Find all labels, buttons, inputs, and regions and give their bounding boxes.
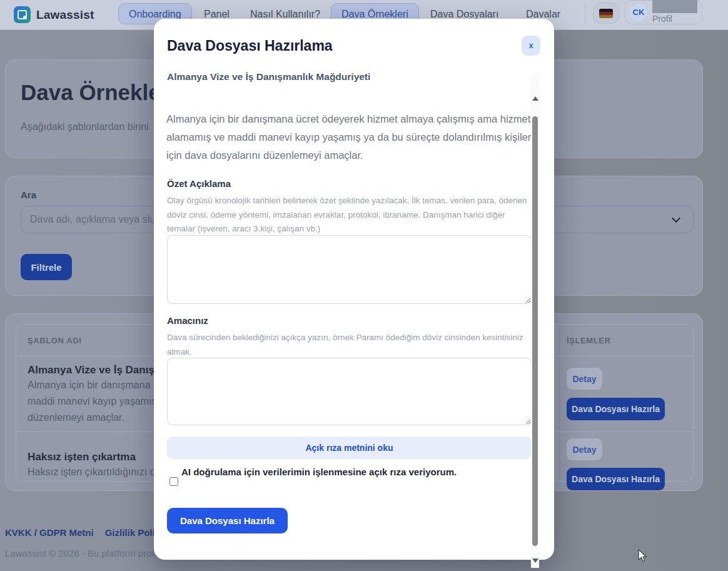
consent-text-link[interactable]: Açık rıza metnini oku (167, 437, 532, 459)
modal-title: Dava Dosyası Hazırlama (167, 38, 333, 54)
purpose-label: Amacınız (167, 315, 208, 326)
avatar: CK (630, 4, 647, 21)
profile-label: Profil (652, 14, 697, 24)
nav-divider (585, 4, 585, 24)
kvkk-gdpr-link[interactable]: KVKK / GDPR Metni (5, 527, 94, 538)
prepare-case-file-button[interactable]: Dava Dosyası Hazırla (567, 468, 665, 490)
template-description-line: düzenlemeyi amaçlar. (28, 410, 124, 426)
modal-template-description: Almanya için bir danışmana ücret ödeyere… (166, 110, 535, 164)
mouse-cursor (638, 549, 648, 563)
modal-scrollbar[interactable] (531, 74, 539, 568)
page-subtitle: Aşağıdaki şablonlardan birini (21, 121, 149, 133)
summary-label: Özet Açıklama (167, 178, 231, 189)
template-description-line: Haksız işten çıkartıldığınızı d (28, 464, 156, 480)
brand[interactable]: Lawassist (14, 6, 94, 23)
close-icon[interactable]: x (522, 36, 540, 56)
consent-checkbox-label: AI doğrulama için verilerimin işlenmesin… (181, 467, 457, 477)
page-title: Dava Örnekleri (21, 80, 175, 105)
footer-copyright: Lawassist © 2026 · Bu platform profes (5, 548, 164, 558)
summary-textarea[interactable] (167, 235, 532, 304)
detail-button[interactable]: Detay (567, 438, 602, 460)
prepare-case-file-button[interactable]: Dava Dosyası Hazırla (567, 398, 665, 420)
column-header-template-name: ŞABLON ADI (28, 336, 81, 345)
brand-name: Lawassist (36, 8, 94, 22)
purpose-help: Dava sürecinden beklediğinizi açıkça yaz… (167, 331, 533, 359)
purpose-textarea[interactable] (167, 358, 532, 425)
template-title: Haksız işten çıkartma (28, 451, 136, 463)
profile-menu[interactable]: CK Profil (625, 0, 702, 24)
consent-checkbox[interactable] (169, 477, 178, 486)
scroll-up-icon[interactable] (532, 96, 538, 101)
summary-help: Olay örgüsü kronolojik tarihleri belirte… (167, 194, 533, 236)
lawassist-logo-icon (14, 6, 31, 23)
user-name-skeleton (652, 0, 697, 13)
modal-template-title: Almanya Vize ve İş Danışmanlık Mağduriye… (167, 71, 370, 83)
language-switcher[interactable] (593, 3, 619, 24)
chevron-down-icon (672, 214, 680, 223)
footer-links: KVKK / GDPR Metni Gizlilik Politikası (5, 527, 179, 538)
detail-button[interactable]: Detay (567, 368, 602, 390)
scroll-down-icon[interactable] (532, 558, 538, 563)
submit-prepare-case-file-button[interactable]: Dava Dosyası Hazırla (167, 508, 288, 533)
filter-button[interactable]: Filtrele (21, 254, 72, 280)
german-flag-icon (599, 9, 613, 18)
column-header-actions: İŞLEMLER (567, 336, 611, 345)
search-label: Ara (21, 189, 36, 200)
scrollbar-thumb[interactable] (532, 116, 538, 546)
prepare-case-file-modal: Dava Dosyası Hazırlama x Almanya Vize ve… (154, 19, 554, 560)
